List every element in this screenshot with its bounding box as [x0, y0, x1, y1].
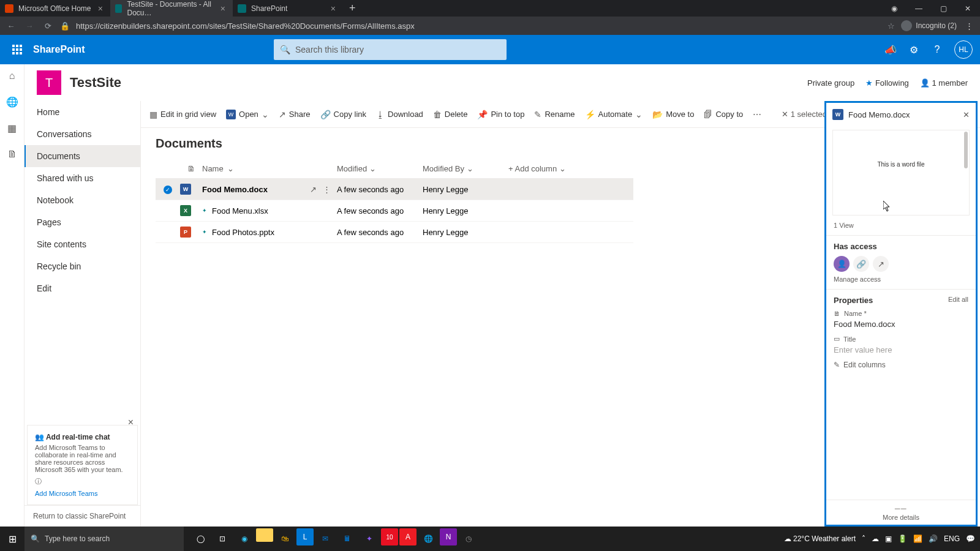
modifiedby-header[interactable]: Modified By ⌄	[423, 164, 508, 173]
app-launcher-icon[interactable]	[7, 40, 27, 59]
star-icon[interactable]: ☆	[888, 21, 895, 31]
members-button[interactable]: 👤 1 member	[920, 78, 968, 88]
delete-button[interactable]: 🗑Delete	[433, 110, 468, 119]
sidebar-item-shared-with-us[interactable]: Shared with us	[24, 167, 140, 189]
modified-header[interactable]: Modified ⌄	[337, 164, 423, 173]
info-icon[interactable]: ⓘ	[35, 477, 130, 486]
chevron-up-icon[interactable]: ˄	[862, 534, 865, 543]
sidebar-item-pages[interactable]: Pages	[24, 211, 140, 233]
megaphone-icon[interactable]: 📣	[884, 44, 897, 56]
news-icon[interactable]: ▦	[7, 122, 17, 134]
manage-access-link[interactable]: Manage access	[834, 276, 968, 283]
volume-icon[interactable]: 🔊	[929, 534, 938, 543]
app-icon[interactable]: ◷	[458, 528, 479, 549]
cortana-icon[interactable]: ⊡	[212, 528, 233, 549]
ellipsis-icon[interactable]: ⋮	[323, 185, 331, 194]
address-bar[interactable]: https://citizenbuilders.sharepoint.com/s…	[76, 21, 881, 31]
weather-widget[interactable]: ☁ 22°C Weather alert	[784, 534, 856, 543]
share-icon[interactable]: ↗	[310, 185, 317, 194]
edge-icon[interactable]: ◉	[234, 528, 255, 549]
mail-icon[interactable]: ✉	[315, 528, 336, 549]
home-icon[interactable]: ⌂	[9, 70, 15, 81]
onedrive-icon[interactable]: ☁	[872, 534, 879, 543]
search-box[interactable]: 🔍 Search this library	[274, 39, 507, 60]
site-title[interactable]: TestSite	[70, 75, 121, 91]
tab-close-icon[interactable]: ×	[96, 4, 105, 13]
store-icon[interactable]: 🛍	[274, 528, 295, 549]
rename-button[interactable]: ✎Rename	[534, 110, 575, 119]
start-button[interactable]: ⊞	[0, 533, 24, 545]
drag-handle-icon[interactable]: ━━	[830, 504, 972, 514]
taskview-icon[interactable]: ◯	[190, 528, 211, 549]
acrobat-icon[interactable]: A	[399, 528, 417, 545]
open-button[interactable]: WOpen⌄	[226, 110, 269, 119]
incognito-indicator[interactable]: Incognito (2)	[901, 20, 957, 31]
clear-selection[interactable]: ✕ 1 selected	[782, 110, 827, 119]
taskbar-search[interactable]: 🔍 Type here to search	[24, 527, 184, 551]
table-row[interactable]: P✦Food Photos.pptxA few seconds agoHenry…	[156, 222, 633, 243]
kebab-icon[interactable]: ⋮	[963, 21, 975, 31]
pin-button[interactable]: 📌Pin to top	[477, 110, 524, 119]
copyto-button[interactable]: 🗐Copy to	[704, 110, 743, 119]
title-input[interactable]: Enter value here	[834, 345, 968, 354]
table-row[interactable]: X✦Food Menu.xlsxA few seconds agoHenry L…	[156, 200, 633, 222]
name-header[interactable]: Name⌄	[202, 164, 337, 173]
sidebar-item-home[interactable]: Home	[24, 101, 140, 123]
tab-close-icon[interactable]: ×	[218, 4, 228, 13]
browser-tab[interactable]: Microsoft Office Home ×	[0, 0, 110, 17]
sidebar-item-documents[interactable]: Documents	[24, 145, 140, 167]
sidebar-item-notebook[interactable]: Notebook	[24, 189, 140, 211]
following-button[interactable]: ★ Following	[865, 78, 909, 88]
new-tab-button[interactable]: +	[343, 0, 362, 17]
gear-icon[interactable]: ⚙	[908, 44, 920, 56]
record-icon[interactable]: ◉	[882, 4, 907, 13]
battery-icon[interactable]: 🔋	[898, 534, 907, 543]
modifiedby-cell[interactable]: Henry Legge	[423, 185, 508, 194]
download-button[interactable]: ⭳Download	[376, 110, 423, 119]
table-row[interactable]: ✓WFood Memo.docx↗⋮A few seconds agoHenry…	[156, 179, 633, 200]
modifiedby-cell[interactable]: Henry Legge	[423, 206, 508, 216]
moveto-button[interactable]: 📂Move to	[652, 110, 694, 119]
wifi-icon[interactable]: 📶	[913, 534, 922, 543]
app-icon[interactable]: 10	[381, 528, 398, 545]
notifications-icon[interactable]: 💬	[966, 534, 975, 543]
sidebar-item-site-contents[interactable]: Site contents	[24, 233, 140, 255]
filetype-header-icon[interactable]: 🗎	[180, 164, 202, 173]
sidebar-item-recycle-bin[interactable]: Recycle bin	[24, 255, 140, 277]
forward-icon[interactable]: →	[23, 21, 36, 31]
site-logo[interactable]: T	[37, 70, 61, 95]
app-icon[interactable]: L	[296, 528, 314, 545]
onenote-icon[interactable]: N	[440, 528, 457, 545]
sidebar-item-conversations[interactable]: Conversations	[24, 123, 140, 145]
browser-tab[interactable]: TestSite - Documents - All Docu… ×	[110, 0, 233, 17]
globe-icon[interactable]: 🌐	[6, 96, 18, 108]
more-details-link[interactable]: More details	[883, 514, 919, 521]
explorer-icon[interactable]	[256, 528, 273, 542]
file-name[interactable]: Food Photos.pptx	[212, 228, 274, 237]
add-column-button[interactable]: + Add column ⌄	[508, 164, 633, 173]
link-access-icon[interactable]: 🔗	[853, 256, 869, 272]
tray-icon[interactable]: ▣	[885, 534, 892, 543]
sidebar-item-edit[interactable]: Edit	[24, 277, 140, 299]
app-icon[interactable]: ✦	[359, 528, 380, 549]
reload-icon[interactable]: ⟳	[42, 21, 54, 31]
checkmark-icon[interactable]: ✓	[164, 186, 172, 194]
calc-icon[interactable]: 🖩	[337, 528, 358, 549]
back-icon[interactable]: ←	[5, 21, 17, 31]
chrome-icon[interactable]: 🌐	[418, 528, 439, 549]
modifiedby-cell[interactable]: Henry Legge	[423, 228, 508, 237]
file-preview[interactable]: This is a word file	[832, 130, 970, 216]
language-indicator[interactable]: ENG	[944, 534, 960, 543]
editall-link[interactable]: Edit all	[948, 296, 968, 305]
maximize-icon[interactable]: ▢	[931, 4, 956, 13]
file-name[interactable]: Food Menu.xlsx	[212, 206, 268, 216]
share-access-icon[interactable]: ↗	[873, 256, 889, 272]
files-icon[interactable]: 🗎	[7, 149, 17, 160]
more-button[interactable]: ⋯	[753, 110, 761, 119]
avatar[interactable]: 👤	[834, 256, 850, 272]
minimize-icon[interactable]: ―	[907, 4, 931, 13]
share-button[interactable]: ↗Share	[279, 110, 311, 119]
close-icon[interactable]: ✕	[963, 110, 970, 119]
classic-link[interactable]: Return to classic SharePoint	[24, 505, 140, 527]
edit-grid-button[interactable]: ▦Edit in grid view	[149, 110, 216, 119]
